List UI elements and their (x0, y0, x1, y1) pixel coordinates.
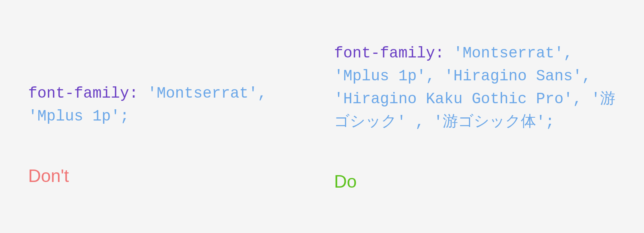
comparison-container: font-family: 'Montserrat', 'Mplus 1p'; D… (28, 42, 616, 192)
dont-code-example: font-family: 'Montserrat', 'Mplus 1p'; (28, 42, 310, 128)
dont-label: Don't (28, 166, 310, 186)
do-label: Do (334, 172, 616, 192)
dont-column: font-family: 'Montserrat', 'Mplus 1p'; D… (28, 42, 310, 192)
do-column: font-family: 'Montserrat', 'Mplus 1p', '… (334, 42, 616, 192)
do-code-example: font-family: 'Montserrat', 'Mplus 1p', '… (334, 42, 616, 133)
css-property: font-family: (334, 45, 444, 62)
css-property: font-family: (28, 85, 138, 102)
